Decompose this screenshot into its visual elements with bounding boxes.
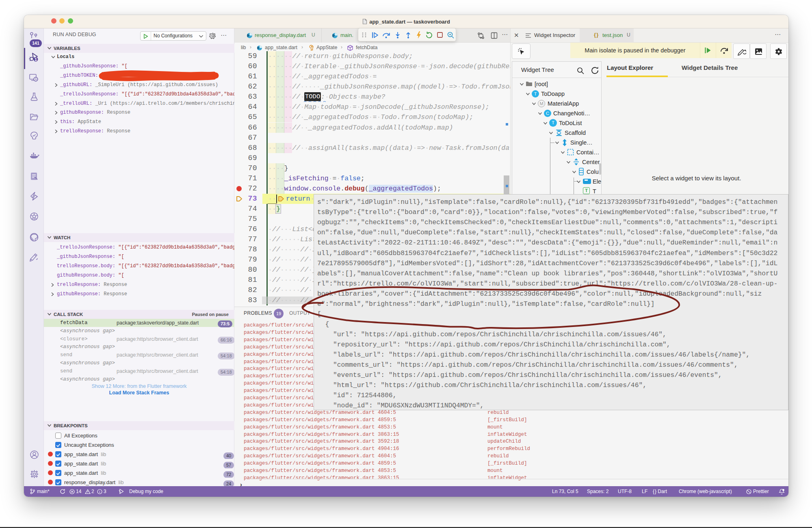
svg-text:1: 1 xyxy=(35,57,37,62)
